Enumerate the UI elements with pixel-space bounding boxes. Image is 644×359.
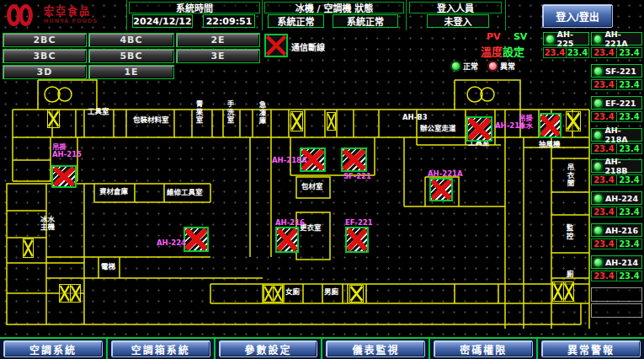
- floor-button-2e[interactable]: 2E: [176, 33, 260, 47]
- chiller-status: 系統正常: [268, 14, 324, 28]
- unit-led-icon: [593, 162, 602, 171]
- unit-offline-marker-吊掛-ah-215[interactable]: [51, 165, 77, 188]
- nav-cell: 密碼權限: [428, 339, 536, 359]
- unit-row-ah-225[interactable]: AH-225: [543, 32, 589, 46]
- unit-row-ah-221a[interactable]: AH-221A: [591, 32, 642, 46]
- unit-sv-value: 23.4: [616, 271, 641, 281]
- floor-button-2bc[interactable]: 2BC: [3, 33, 87, 47]
- unit-row-ef-221[interactable]: EF-221: [591, 96, 642, 110]
- unit-led-icon: [593, 99, 603, 108]
- stairs-cell: [24, 239, 33, 257]
- unit-offline-marker-ef-221[interactable]: [345, 227, 369, 253]
- empty-unit-slot: [591, 303, 642, 318]
- nav-cell: 空調系統: [0, 339, 106, 359]
- stairs-icon: [327, 112, 336, 131]
- stairs-icon: [23, 238, 34, 258]
- unit-pv-value: 23.4: [592, 207, 616, 217]
- unit-name-label: EF-221: [605, 99, 636, 108]
- room-label: 手洗室: [226, 100, 233, 125]
- room-label: 電梯: [101, 263, 115, 271]
- unit-map-label: AH-218A: [272, 157, 307, 164]
- unit-sv-value: 23.4: [566, 48, 588, 57]
- room-label: 包裝材料室: [133, 116, 169, 124]
- unit-values-ah-224: 23.423.4: [591, 206, 642, 217]
- unit-offline-marker-ah-216[interactable]: [275, 227, 299, 253]
- unit-pv-value: 23.4: [592, 80, 616, 89]
- pv-label: PV: [487, 31, 501, 42]
- unit-pv-value: 23.4: [592, 144, 616, 153]
- room-label: 工具室: [88, 108, 109, 115]
- room-label: 資材倉庫: [99, 188, 128, 196]
- unit-offline-marker-sf-221[interactable]: [341, 147, 367, 172]
- unit-sv-value: 23.4: [616, 144, 641, 153]
- stairs-icon: [59, 284, 81, 303]
- unit-row-ah-224[interactable]: AH-224: [591, 191, 642, 205]
- unit-pv-value: 23.4: [592, 112, 616, 121]
- unit-led-icon: [593, 35, 602, 44]
- unit-name-label: AH-218A: [604, 126, 641, 144]
- unit-values-ah-216: 23.423.4: [591, 238, 642, 249]
- unit-values-sf-221: 23.423.4: [591, 79, 642, 90]
- room-label: 維修工具室: [167, 189, 203, 196]
- floor-button-3e[interactable]: 3E: [176, 49, 260, 63]
- room-label: 急凍庫: [258, 101, 265, 126]
- room-label: AH-B3: [402, 114, 428, 121]
- stairs-cell: [273, 286, 282, 302]
- login-logout-button[interactable]: 登入/登出: [542, 4, 613, 28]
- stairs-cell: [48, 110, 59, 127]
- unit-name-label: SF-221: [605, 67, 636, 76]
- unit-map-label: AH-221A: [428, 170, 463, 178]
- nav-cell: 參數設定: [214, 339, 322, 359]
- floor-button-5bc[interactable]: 5BC: [88, 49, 174, 63]
- login-user-label: 登入人員: [409, 2, 502, 13]
- room-label: 女廁: [285, 288, 300, 296]
- stairs-icon: [349, 285, 364, 303]
- floor-button-1e[interactable]: 1E: [88, 65, 174, 79]
- unit-name-label: AH-216: [605, 226, 638, 235]
- unit-name-label: AH-224: [605, 194, 638, 203]
- login-status: 未登入: [427, 14, 489, 28]
- unit-sv-value: 23.4: [616, 175, 641, 185]
- unit-name-label: AH-221A: [604, 29, 641, 48]
- set-label: 設定: [503, 46, 524, 58]
- nav-button-參數設定[interactable]: 參數設定: [219, 340, 318, 357]
- nav-button-儀表監視[interactable]: 儀表監視: [326, 340, 425, 357]
- nav-button-密碼權限[interactable]: 密碼權限: [434, 340, 533, 357]
- unit-map-label: SF-221: [343, 173, 371, 180]
- unit-row-ah-214[interactable]: AH-214: [591, 255, 642, 269]
- nav-button-空調箱系統[interactable]: 空調箱系統: [111, 340, 210, 357]
- unit-values-ah-214: 23.423.4: [591, 271, 642, 281]
- stairs-cell: [327, 113, 335, 130]
- unit-row-ah-216[interactable]: AH-216: [591, 223, 642, 237]
- unit-offline-marker-ah-221a[interactable]: [429, 178, 453, 201]
- nav-button-空調系統[interactable]: 空調系統: [3, 340, 103, 357]
- floor-button-4bc[interactable]: 4BC: [88, 33, 174, 47]
- nav-cell: 空調箱系統: [106, 339, 214, 359]
- unit-sv-value: 23.4: [616, 80, 641, 89]
- unit-row-ah-218b[interactable]: AH-218B: [591, 159, 642, 173]
- system-clock-display: 22:09:51: [203, 14, 255, 28]
- brand-name-en: HUNYA FOODS: [44, 18, 98, 24]
- legend-normal: 正常: [451, 61, 478, 72]
- unit-offline-marker-吊掛-冰水[interactable]: [539, 113, 562, 138]
- unit-led-icon: [593, 67, 603, 76]
- abnormal-led-icon: [488, 62, 498, 71]
- stairs-icon: [566, 111, 581, 131]
- unit-row-sf-221[interactable]: SF-221: [591, 64, 642, 78]
- nav-button-異常警報[interactable]: 異常警報: [541, 340, 641, 357]
- unit-offline-marker-ah-214[interactable]: [466, 116, 492, 142]
- stairs-cell: [553, 282, 563, 301]
- stairs-icon: [47, 110, 60, 128]
- unit-row-ah-218a[interactable]: AH-218A: [591, 128, 642, 142]
- stairs-cell: [563, 282, 574, 301]
- floor-button-3d[interactable]: 3D: [3, 65, 87, 79]
- floor-button-3bc[interactable]: 3BC: [3, 49, 87, 63]
- stairs-icon: [263, 285, 283, 303]
- room-label: 男廁: [324, 288, 338, 296]
- stairs-icon: [552, 281, 574, 302]
- unit-pv-value: 23.4: [544, 48, 566, 57]
- unit-offline-marker-ah-224[interactable]: [184, 227, 209, 252]
- unit-sv-value: 23.4: [616, 48, 641, 57]
- nav-cell: 儀表監視: [321, 339, 428, 359]
- room-label: 青果室: [194, 100, 202, 125]
